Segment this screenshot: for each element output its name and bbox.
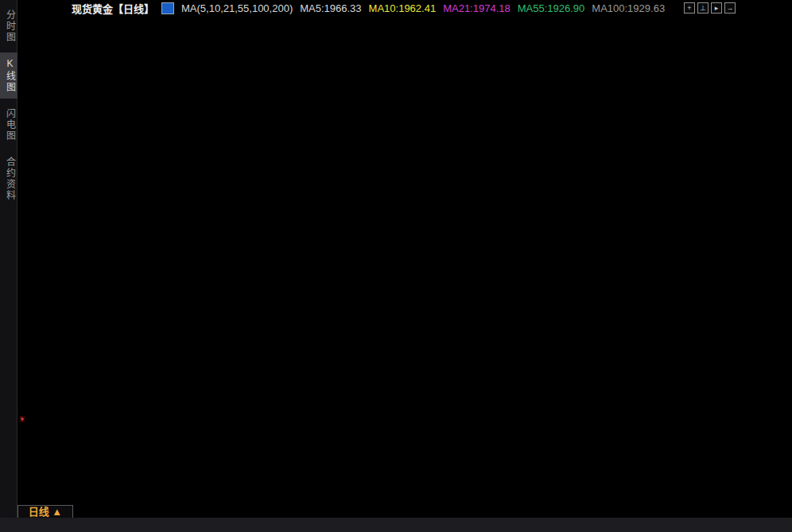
sidebar-item-flash-chart[interactable]: 闪电图 [0,103,17,147]
crosshair-icon[interactable]: + [684,2,695,14]
exit-right-icon[interactable]: → [724,2,736,14]
ma-group-label: MA(5,10,21,55,100,200) [181,2,293,14]
sidebar-item-contract-info[interactable]: 合约资料 [0,151,17,207]
sidebar-item-kline-chart[interactable]: K线图 [0,52,17,99]
ma21-value: MA21:1974.18 [443,2,511,14]
axis-pan-icon[interactable]: ▸ [711,2,722,14]
kdj-k-value: K:62.07 [132,416,168,427]
macd-diff-value: DIFF:10.48 [154,316,206,327]
kdj-panel-header: KDJ(9,3,3) K:62.07 D:44.73 J:96.77 [76,416,252,427]
chart-canvas[interactable] [0,0,792,532]
trading-app-window: 分时图 K线图 闪电图 合约资料 现货黄金【日线】 MA(5,10,21,55,… [0,0,792,532]
kdj-d-value: D:44.73 [175,416,212,427]
kdj-j-value: J:96.77 [219,416,253,427]
sidebar-item-time-chart[interactable]: 分时图 [0,4,17,49]
kdj-params-label: KDJ(9,3,3) [76,416,125,427]
alert-dot-icon: ☀ [18,414,26,425]
ma55-value: MA55:1926.90 [518,2,585,14]
macd-dea-value: DEA:12.92 [213,316,263,327]
chart-header: 现货黄金【日线】 MA(5,10,21,55,100,200) MA5:1966… [72,2,665,14]
macd-panel-header: MACD(26,12,9) DIFF:10.48 DEA:12.92 MACD:… [76,316,328,327]
timeframe-button[interactable]: 日线 ▲ [17,505,73,518]
x-axis-row: 日线 ▲ [0,505,792,518]
macd-params-label: MACD(26,12,9) [76,316,147,327]
ma10-value: MA10:1962.41 [369,2,437,14]
symbol-title: 现货黄金【日线】 [72,1,154,16]
axis-scale-icon[interactable]: ⊥ [697,2,709,14]
left-sidebar: 分时图 K线图 闪电图 合约资料 [0,0,17,518]
kline-chart-icon [161,2,174,14]
chart-toolbar: + ⊥ ▸ → [684,2,736,14]
macd-bar-value: MACD:-4.88 [270,316,328,327]
ma100-value: MA100:1929.63 [592,2,665,14]
bottom-tab-bar [0,518,792,532]
ma5-value: MA5:1966.33 [300,2,361,14]
